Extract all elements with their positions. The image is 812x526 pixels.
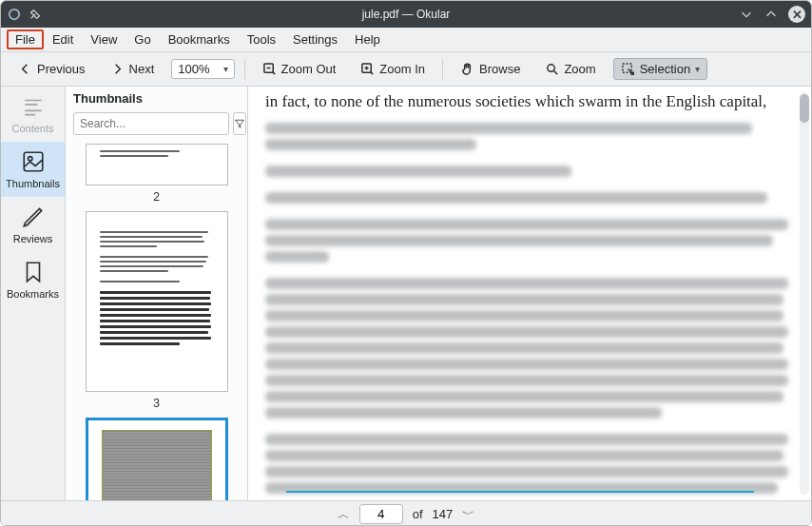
titlebar: jule.pdf — Okular ✕ xyxy=(1,1,811,28)
hand-icon xyxy=(460,62,474,76)
thumbnail-page[interactable]: 3 xyxy=(77,211,236,410)
menu-settings[interactable]: Settings xyxy=(284,29,346,49)
reviews-icon xyxy=(21,205,46,229)
chevron-left-icon xyxy=(18,62,32,76)
previous-label: Previous xyxy=(37,62,86,76)
thumbnails-icon xyxy=(21,149,46,174)
sidebar-bookmarks-label: Bookmarks xyxy=(7,288,59,300)
svg-point-6 xyxy=(28,157,31,161)
menu-help[interactable]: Help xyxy=(346,29,389,49)
zoom-out-icon xyxy=(262,62,277,76)
chevron-down-icon: ▾ xyxy=(695,64,700,74)
sidebar-tab-thumbnails[interactable]: Thumbnails xyxy=(1,142,65,197)
sidebar-tab-reviews[interactable]: Reviews xyxy=(1,197,65,252)
contents-icon xyxy=(21,94,46,119)
zoom-out-label: Zoom Out xyxy=(281,62,337,76)
svg-point-0 xyxy=(10,10,20,20)
menubar: File Edit View Go Bookmarks Tools Settin… xyxy=(1,28,811,52)
close-button[interactable]: ✕ xyxy=(788,6,805,23)
selection-icon xyxy=(621,62,635,76)
menu-bookmarks[interactable]: Bookmarks xyxy=(160,29,239,49)
toolbar-separator xyxy=(442,59,443,80)
zoom-tool-label: Zoom xyxy=(564,62,595,76)
toolbar-separator xyxy=(244,59,245,80)
thumbnail-search-input[interactable] xyxy=(73,112,229,135)
zoom-in-button[interactable]: Zoom In xyxy=(353,58,433,80)
zoom-out-button[interactable]: Zoom Out xyxy=(255,58,344,80)
sidebar-tab-bookmarks[interactable]: Bookmarks xyxy=(1,252,65,307)
thumbnails-panel: Thumbnails 2 xyxy=(66,87,248,500)
page-navigation-bar: ︿ of 147 ﹀ xyxy=(1,500,811,526)
page-of-label: of xyxy=(413,507,423,521)
previous-button[interactable]: Previous xyxy=(10,58,93,80)
thumbnail-page-current[interactable] xyxy=(77,418,236,500)
zoom-in-icon xyxy=(360,62,375,76)
bookmarks-icon xyxy=(21,260,46,284)
toolbar: Previous Next 100% ▾ Zoom Out Zoom In Br… xyxy=(1,52,811,87)
thumbnail-list[interactable]: 2 xyxy=(66,140,247,500)
maximize-button[interactable] xyxy=(764,7,779,22)
document-viewer[interactable]: in fact, to none of the numerous societi… xyxy=(248,87,811,500)
app-icon xyxy=(7,7,22,22)
visible-text-line: in fact, to none of the numerous societi… xyxy=(265,92,794,111)
thumbnail-number: 3 xyxy=(153,397,160,410)
thumbnail-filter-button[interactable] xyxy=(233,112,246,135)
thumbnail-number: 2 xyxy=(153,190,160,204)
window-title: jule.pdf — Okular xyxy=(362,8,451,21)
chevron-right-icon xyxy=(110,62,125,76)
selection-label: Selection xyxy=(640,62,690,76)
next-label: Next xyxy=(129,62,155,76)
browse-button[interactable]: Browse xyxy=(453,58,528,80)
thumbnail-search-row xyxy=(73,112,240,135)
body-area: Contents Thumbnails Reviews Bookmarks Th… xyxy=(1,87,811,500)
sidebar-tab-contents[interactable]: Contents xyxy=(1,87,65,142)
page-number-input[interactable] xyxy=(359,504,403,524)
minimize-button[interactable] xyxy=(739,7,754,22)
sidebar-contents-label: Contents xyxy=(11,123,53,134)
zoom-icon xyxy=(545,62,559,76)
page-total: 147 xyxy=(433,507,454,521)
chevron-down-icon: ▾ xyxy=(223,64,228,74)
svg-point-3 xyxy=(548,65,555,72)
thumbnails-header: Thumbnails xyxy=(66,87,247,107)
menu-view[interactable]: View xyxy=(82,29,126,49)
sidebar-reviews-label: Reviews xyxy=(13,233,53,244)
sidebar-thumbnails-label: Thumbnails xyxy=(6,178,60,189)
viewer-scrollbar[interactable] xyxy=(800,92,809,495)
page-down-button[interactable]: ﹀ xyxy=(462,506,474,523)
zoom-in-label: Zoom In xyxy=(379,62,425,76)
selection-highlight xyxy=(286,491,754,493)
menu-file[interactable]: File xyxy=(7,29,44,49)
zoom-tool-button[interactable]: Zoom xyxy=(537,58,603,80)
next-button[interactable]: Next xyxy=(103,58,163,80)
thumbnail-page[interactable]: 2 xyxy=(77,144,236,204)
zoom-value: 100% xyxy=(178,62,209,76)
selection-button[interactable]: Selection ▾ xyxy=(613,58,707,80)
browse-label: Browse xyxy=(479,62,520,76)
page-up-button[interactable]: ︿ xyxy=(338,506,350,523)
menu-tools[interactable]: Tools xyxy=(239,29,284,49)
menu-go[interactable]: Go xyxy=(126,29,159,49)
sidebar: Contents Thumbnails Reviews Bookmarks xyxy=(1,87,66,500)
zoom-combo[interactable]: 100% ▾ xyxy=(171,59,234,79)
scrollbar-thumb[interactable] xyxy=(800,94,809,123)
pin-icon[interactable] xyxy=(28,7,43,22)
funnel-icon xyxy=(234,118,245,129)
menu-edit[interactable]: Edit xyxy=(44,29,82,49)
